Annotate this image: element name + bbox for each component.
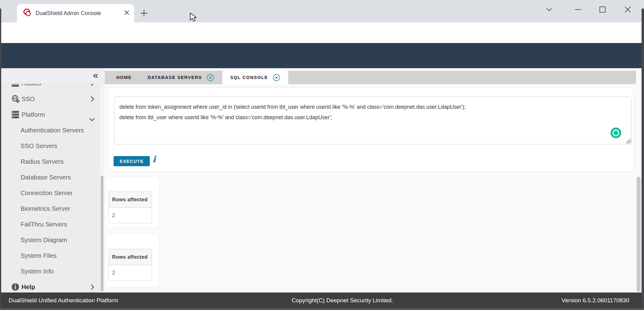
sidebar-item-system-files[interactable]: System Files — [0, 248, 100, 263]
sidebar-item-sso-servers[interactable]: SSO Servers — [0, 138, 100, 154]
window-minimize-button[interactable] — [573, 4, 583, 15]
window-edge-bottom — [0, 308, 644, 310]
tab-home[interactable]: HOME — [108, 71, 140, 84]
sidebar-item-sso[interactable]: SSO — [0, 91, 100, 107]
mouse-cursor — [189, 12, 198, 24]
platform-servers-icon — [11, 111, 21, 119]
result-value-cell: 2 — [109, 208, 152, 223]
sidebar-menu: Radius SSO Platform Authentication Serve… — [0, 84, 100, 292]
console-tabbar: HOME DATABASE SERVERS SQL CONSOLE — [105, 71, 636, 84]
sidebar-scrollbar[interactable] — [101, 176, 103, 291]
sidebar-item-biometrics-server[interactable]: Biometrics Server — [0, 201, 100, 216]
result-table: Rows affected 2 — [108, 249, 152, 281]
sidebar-collapse-icon[interactable]: « — [93, 69, 98, 81]
sidebar-item-failthru-servers[interactable]: FailThru Servers — [0, 216, 100, 232]
execute-button[interactable]: EXECUTE — [114, 156, 150, 166]
sidebar-item-platform[interactable]: Platform — [0, 107, 100, 122]
sidebar-item-database-servers[interactable]: Database Servers — [0, 169, 100, 185]
result-value-cell: 2 — [109, 265, 152, 281]
sql-query-input[interactable] — [114, 96, 631, 144]
sidebar-item-authentication-servers[interactable]: Authentication Servers — [0, 122, 100, 138]
sidebar-item-help[interactable]: Help — [0, 279, 100, 292]
result-header-cell: Rows affected — [109, 192, 152, 208]
window-restore-tabs-icon[interactable] — [544, 4, 554, 15]
browser-tab[interactable]: DualShield Admin Console — [17, 4, 134, 22]
tab-close-icon[interactable] — [273, 74, 280, 81]
tab-database-servers[interactable]: DATABASE SERVERS — [140, 71, 222, 84]
dualshield-favicon-icon — [23, 9, 31, 18]
textarea-resize-handle[interactable] — [625, 138, 631, 145]
sidebar-item-system-diagram[interactable]: System Diagram — [0, 232, 100, 248]
sidebar: « Radius SSO Platform — [0, 68, 104, 292]
chevron-down-icon — [89, 117, 95, 122]
tab-close-icon[interactable] — [207, 74, 214, 81]
sidebar-header: « — [0, 68, 104, 84]
footer-platform-name: DualShield Unified Authentication Platfo… — [9, 297, 118, 304]
content-scrollbar[interactable] — [637, 177, 641, 292]
app-header: UALSHIELD UNIFIED AUTHENTICATION Adminis… — [0, 43, 644, 68]
result-header-cell: Rows affected — [109, 249, 152, 265]
browser-tabstrip: DualShield Admin Console — [0, 0, 644, 22]
tab-sql-console[interactable]: SQL CONSOLE — [222, 71, 288, 84]
footer-version: Version 6.5.2.0601170830 — [562, 297, 629, 304]
browser-toolbar: dualshield.deepnetid.com:8073/dac#/platf… — [0, 22, 644, 43]
radius-icon — [11, 84, 21, 87]
sidebar-item-connection-server[interactable]: Connection Server — [0, 185, 100, 201]
result-card: Rows affected 2 — [105, 233, 159, 287]
chevron-right-icon — [90, 284, 95, 290]
sidebar-item-radius[interactable]: Radius — [0, 84, 100, 91]
chevron-right-icon — [90, 96, 95, 102]
sidebar-item-radius-servers[interactable]: Radius Servers — [0, 154, 100, 169]
tab-close-icon[interactable] — [124, 10, 130, 17]
result-table: Rows affected 2 — [108, 191, 152, 223]
sso-globe-icon — [11, 95, 21, 103]
chevron-right-icon — [90, 84, 95, 86]
window-edge-left — [0, 9, 1, 310]
new-tab-button[interactable] — [139, 8, 149, 18]
app-footer: DualShield Unified Authentication Platfo… — [0, 292, 644, 308]
help-info-icon — [11, 283, 21, 291]
result-card: Rows affected 2 — [105, 176, 159, 228]
footer-copyright: Copyright(C) Deepnet Security Limited. — [292, 297, 393, 304]
window-close-button[interactable] — [623, 4, 633, 15]
info-icon[interactable]: i — [153, 154, 156, 164]
browser-tab-title: DualShield Admin Console — [36, 10, 119, 17]
window-edge-right — [642, 9, 644, 310]
sidebar-item-system-info[interactable]: System Info — [0, 263, 100, 279]
window-maximize-button[interactable] — [597, 4, 608, 15]
grammarly-icon[interactable] — [611, 128, 621, 139]
